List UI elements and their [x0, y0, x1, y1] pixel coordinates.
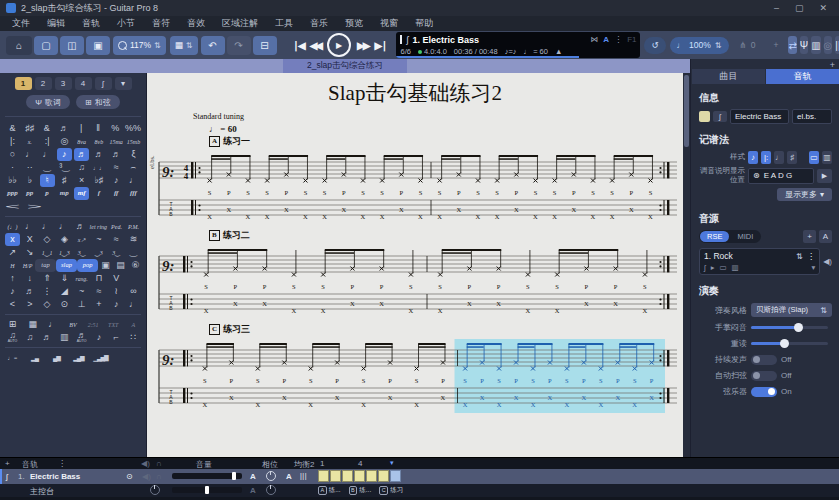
track-shortname-field[interactable]: el.bs. [792, 109, 832, 124]
track-color-swatch[interactable] [699, 111, 710, 122]
score-system-C[interactable]: C练习三9:TABSXPXSXPXSXPXSXPXSXPXSXPXSXPXSXP… [153, 323, 683, 416]
double-sharp-icon[interactable]: × [74, 174, 89, 187]
timestamp-icon[interactable]: 2:51 [86, 318, 101, 331]
plus-icon[interactable]: + [91, 298, 106, 311]
stepper-icon[interactable]: ⇅ [796, 252, 803, 261]
velocity3-icon[interactable]: ▂▄▆ [71, 351, 86, 364]
style-standard-button[interactable]: ♩ [774, 151, 784, 164]
grace-before-icon[interactable]: ♪ [5, 285, 20, 298]
print-button[interactable]: ⊟ [253, 36, 277, 55]
blank-icon[interactable] [126, 272, 141, 285]
slur3-icon[interactable]: 3‿ [109, 246, 124, 259]
rewind-button[interactable]: ◀◀ [310, 40, 321, 51]
multivoice-guitar-icon[interactable]: ʃ [95, 77, 112, 90]
fretboard-icon[interactable]: ||| [835, 36, 839, 54]
track-name-field[interactable]: Electric Bass [730, 109, 789, 124]
pop-icon[interactable]: pop [77, 259, 98, 272]
dynamic-ppp[interactable]: ppp [5, 187, 20, 200]
dynamic-mp[interactable]: mp [57, 187, 72, 200]
section-marker-A[interactable]: A练... [318, 486, 341, 495]
score-system-B[interactable]: B练习二9:TABSXPXPXSXSXPXPXSXSXPXPXSXSXPXPXS… [153, 229, 683, 322]
voice-dropdown-icon[interactable]: ▾ [115, 77, 132, 90]
half-note-icon[interactable]: ♩ [22, 148, 37, 161]
add-marker-button[interactable]: + [766, 37, 785, 54]
dynamic-f[interactable]: f [91, 187, 106, 200]
close-button[interactable]: ✕ [819, 3, 827, 13]
fade-in-icon[interactable]: < [5, 298, 20, 311]
double-barline-icon[interactable]: ‖ [91, 122, 106, 135]
menu-item-7[interactable]: 区域注解 [214, 16, 266, 31]
page-view-button[interactable]: ▢ [34, 36, 58, 55]
playback-track-panel[interactable]: ʃ 1. Electric Bass ⋈ A ⋮ F1 6/6 4.0:4.0 … [396, 32, 640, 58]
speed-control[interactable]: ♩ 100% ⇅ [670, 37, 729, 54]
pan-automation-badge[interactable]: A [286, 472, 292, 481]
fermata-icon[interactable]: ⌢ [126, 161, 141, 174]
maximize-button[interactable]: ▢ [795, 3, 804, 13]
volume-automation-badge[interactable]: A [250, 472, 256, 481]
stop-icon[interactable]: ⊥ [74, 298, 89, 311]
master-pan-knob[interactable] [266, 485, 276, 495]
bv-marker-icon[interactable]: BV [65, 318, 80, 331]
mic-icon[interactable]: Ψ [800, 36, 808, 54]
volume-fader[interactable] [172, 473, 242, 479]
accent-icon[interactable]: ♩ [56, 220, 71, 233]
minimize-button[interactable]: – [774, 3, 779, 13]
semitone-up-icon[interactable]: ♪ [109, 174, 124, 187]
zoom-control[interactable]: 117% ⇅ [113, 36, 166, 55]
tempo-value[interactable]: ♩ = 60 [524, 47, 548, 56]
automation-button[interactable]: A [819, 230, 832, 243]
timer-icon[interactable]: ⊙ [57, 298, 72, 311]
right-hand-mute-icon[interactable]: ▤ [113, 259, 128, 272]
menu-item-10[interactable]: 预览 [337, 16, 371, 31]
bend-icon[interactable]: ~ [91, 233, 106, 246]
chevron-down-icon[interactable]: ▾ [811, 263, 815, 272]
pedal-icon[interactable]: Ped. [109, 220, 124, 233]
decrescendo-icon[interactable]: > [11, 200, 59, 213]
speaker-icon[interactable]: ◀) [823, 257, 832, 266]
whole-note-icon[interactable]: ○ [5, 148, 20, 161]
bar-cell[interactable] [318, 470, 329, 482]
tremolo-icon[interactable]: ⋮ [40, 285, 55, 298]
tuning-field[interactable]: ⊛E A D G [748, 168, 814, 184]
dynamic-fff[interactable]: fff [126, 187, 141, 200]
orientation-horizontal-button[interactable]: ▭ [809, 151, 819, 164]
voice-button-3[interactable]: 3 [55, 77, 72, 90]
flag-icon[interactable]: ⌐ [109, 331, 124, 344]
menu-item-1[interactable]: 文件 [4, 16, 38, 31]
upstroke-icon[interactable]: ↓ [22, 272, 37, 285]
double-flat-icon[interactable]: ♭♭ [5, 174, 20, 187]
heavy-dead-note-icon[interactable]: X [22, 233, 37, 246]
vibrato-icon[interactable]: ≈ [109, 233, 124, 246]
hammer-on-icon[interactable]: H [5, 259, 20, 272]
grace-on-icon[interactable]: ♬ [22, 285, 37, 298]
octave-15ma-icon[interactable]: 15ma [109, 135, 124, 148]
wave3-icon[interactable]: ≀ [109, 285, 124, 298]
palm-mute-slider[interactable] [751, 326, 828, 329]
bar-cell[interactable] [366, 470, 377, 482]
letter-marker-icon[interactable]: A [126, 318, 141, 331]
master-gain-knob[interactable] [150, 485, 160, 495]
heavy-accent-icon[interactable]: ♬ [73, 220, 88, 233]
chord-notes-icon[interactable]: ♩♩ [91, 161, 106, 174]
play-style-select[interactable]: 贝斯拍弹 (Slap)⇅ [751, 303, 832, 317]
home-button[interactable]: ⌂ [6, 36, 32, 55]
octave-8vb-icon[interactable]: 8vb [91, 135, 106, 148]
tuning-fork-control[interactable]: ⋔ 0 [733, 37, 763, 54]
midi-button[interactable]: MIDI [730, 231, 760, 242]
menu-item-8[interactable]: 工具 [267, 16, 301, 31]
beam-icon[interactable]: ♫ [22, 331, 37, 344]
vertical-view-button[interactable]: ▣ [86, 36, 110, 55]
screen-view-button[interactable]: ◫ [60, 36, 84, 55]
fast-forward-button[interactable]: ▶▶ [357, 40, 368, 51]
dead-note-icon[interactable]: x [5, 233, 20, 246]
pinch-harmonic-icon[interactable]: ◈ [57, 233, 72, 246]
section-marker-B[interactable]: B练... [349, 486, 372, 495]
dynamic-pp[interactable]: pp [22, 187, 37, 200]
auto-beam-icon[interactable]: ♫AUTO [5, 331, 20, 344]
keyboard-icon[interactable]: ▥ [811, 36, 820, 54]
ghost-note-icon[interactable]: (♩) [5, 220, 20, 233]
wide-vibrato-icon[interactable]: ≋ [126, 233, 141, 246]
document-tab[interactable]: 2_slap击勾综合练习 [283, 59, 407, 73]
harmonic-icon[interactable]: ◇ [40, 233, 55, 246]
dynamic-mf[interactable]: mf [74, 187, 89, 200]
